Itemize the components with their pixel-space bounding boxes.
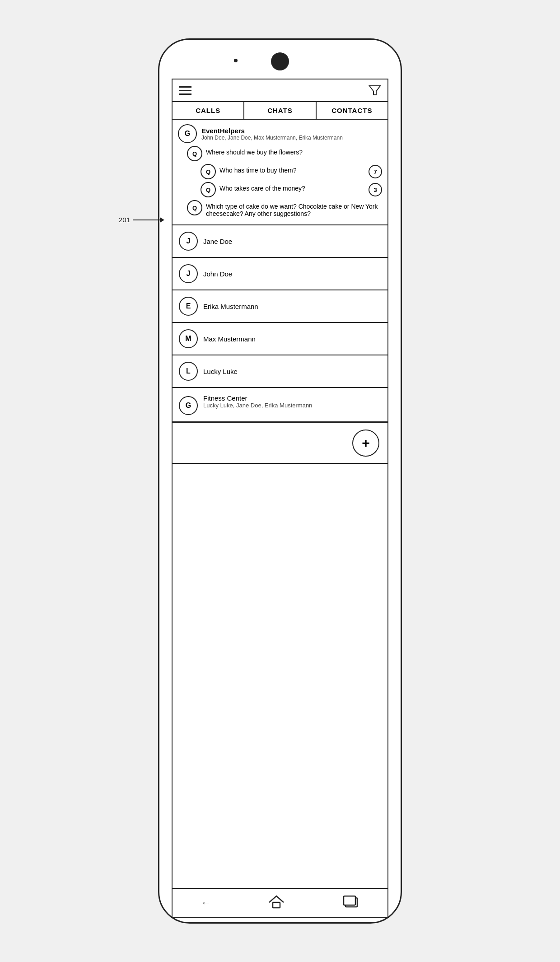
thread-messages: Q Where should we buy the flowers? Q Who… bbox=[187, 146, 382, 217]
tab-chats[interactable]: CHATS bbox=[244, 102, 316, 119]
msg3-badge: 3 bbox=[369, 183, 382, 196]
bottom-navigation: ← bbox=[173, 888, 387, 917]
recents-button[interactable] bbox=[342, 895, 359, 911]
msg1-avatar: Q bbox=[187, 146, 202, 161]
phone-speaker bbox=[234, 59, 238, 62]
msg1-text: Where should we buy the flowers? bbox=[206, 146, 382, 156]
thread-msg-4[interactable]: Q Which type of cake do we want? Chocola… bbox=[187, 200, 382, 217]
contact-name-john-doe: John Doe bbox=[203, 270, 232, 278]
contact-name-lucky-luke: Lucky Luke bbox=[203, 368, 238, 375]
group-header: G EventHelpers John Doe, Jane Doe, Max M… bbox=[178, 124, 382, 143]
chat-list: G EventHelpers John Doe, Jane Doe, Max M… bbox=[173, 120, 387, 888]
thread-msg-1[interactable]: Q Where should we buy the flowers? bbox=[187, 146, 382, 161]
add-button-row: + bbox=[173, 422, 387, 464]
filter-icon[interactable] bbox=[369, 84, 381, 97]
msg2-text: Who has time to buy them? bbox=[219, 164, 365, 174]
back-button[interactable]: ← bbox=[201, 897, 211, 909]
svg-rect-3 bbox=[344, 896, 355, 905]
group-chat-item-eventhelpers[interactable]: G EventHelpers John Doe, Jane Doe, Max M… bbox=[173, 120, 387, 225]
list-item-john-doe[interactable]: J John Doe bbox=[173, 258, 387, 290]
phone-device: 201 CALLS CHATS CONTACTS bbox=[158, 38, 402, 924]
avatar-john-doe: J bbox=[179, 264, 198, 283]
contact-name-max: Max Mustermann bbox=[203, 335, 256, 343]
msg2-badge: 7 bbox=[369, 165, 382, 178]
tabs-row: CALLS CHATS CONTACTS bbox=[173, 102, 387, 120]
fitness-center-members: Lucky Luke, Jane Doe, Erika Mustermann bbox=[203, 402, 312, 409]
thread-msg-3[interactable]: Q Who takes care of the money? 3 bbox=[201, 182, 382, 197]
thread-msg-2[interactable]: Q Who has time to buy them? 7 bbox=[201, 164, 382, 179]
screen-topbar bbox=[173, 79, 387, 102]
group-avatar-eventhelpers: G bbox=[178, 124, 197, 143]
hamburger-menu-icon[interactable] bbox=[179, 86, 191, 95]
list-item-fitness-center[interactable]: G Fitness Center Lucky Luke, Jane Doe, E… bbox=[173, 388, 387, 422]
fitness-center-name: Fitness Center bbox=[203, 394, 312, 402]
group-members: John Doe, Jane Doe, Max Mustermann, Erik… bbox=[201, 135, 343, 141]
msg4-text: Which type of cake do we want? Chocolate… bbox=[206, 200, 382, 217]
avatar-erika: E bbox=[179, 297, 198, 316]
list-item-jane-doe[interactable]: J Jane Doe bbox=[173, 225, 387, 258]
msg2-avatar: Q bbox=[201, 164, 216, 179]
list-item-lucky-luke[interactable]: L Lucky Luke bbox=[173, 355, 387, 388]
home-button[interactable] bbox=[268, 895, 285, 911]
list-item-max[interactable]: M Max Mustermann bbox=[173, 323, 387, 355]
tab-calls[interactable]: CALLS bbox=[173, 102, 244, 119]
fitness-center-info: Fitness Center Lucky Luke, Jane Doe, Eri… bbox=[203, 394, 312, 409]
group-info: EventHelpers John Doe, Jane Doe, Max Mus… bbox=[201, 127, 343, 141]
avatar-jane-doe: J bbox=[179, 232, 198, 251]
phone-top-bar bbox=[159, 40, 401, 79]
contact-name-erika: Erika Mustermann bbox=[203, 303, 258, 310]
annotation-201: 201 bbox=[119, 216, 164, 224]
phone-camera bbox=[271, 52, 289, 70]
avatar-fitness-center: G bbox=[179, 396, 198, 415]
msg3-avatar: Q bbox=[201, 182, 216, 197]
contact-name-jane-doe: Jane Doe bbox=[203, 238, 232, 245]
avatar-max: M bbox=[179, 329, 198, 348]
annotation-label: 201 bbox=[119, 216, 130, 224]
annotation-arrow bbox=[133, 217, 164, 223]
list-item-erika[interactable]: E Erika Mustermann bbox=[173, 290, 387, 323]
add-button[interactable]: + bbox=[352, 430, 379, 457]
svg-rect-1 bbox=[273, 902, 280, 908]
phone-screen: CALLS CHATS CONTACTS G EventHelpers John… bbox=[172, 79, 388, 918]
group-name: EventHelpers bbox=[201, 127, 343, 135]
tab-contacts[interactable]: CONTACTS bbox=[317, 102, 387, 119]
msg4-avatar: Q bbox=[187, 200, 202, 215]
msg3-text: Who takes care of the money? bbox=[219, 182, 365, 192]
svg-marker-0 bbox=[369, 86, 380, 95]
avatar-lucky-luke: L bbox=[179, 362, 198, 381]
